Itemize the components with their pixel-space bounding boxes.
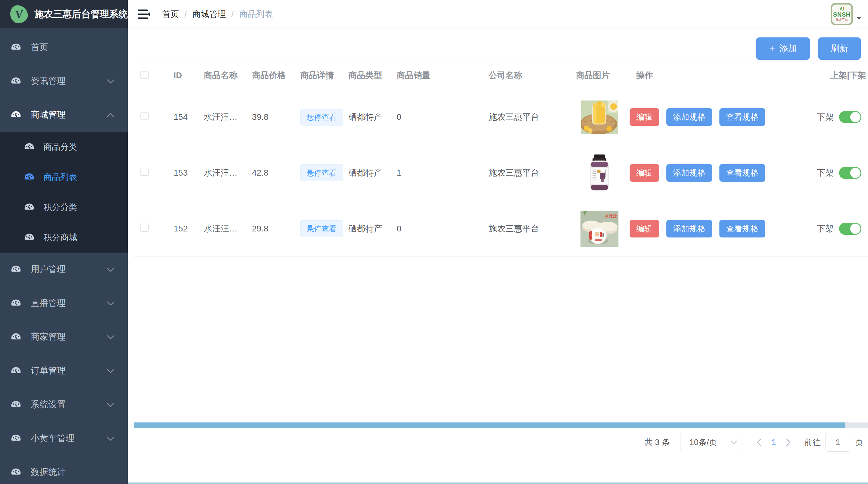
edit-button[interactable]: 编辑 [629,164,659,182]
bottom-accent-bar [128,483,868,484]
next-page-button[interactable] [785,438,792,447]
gauge-icon [11,333,21,342]
table-row: 152 水汪汪… 29.8 悬停查看 硒都特产 0 施农三惠平台 水汪汪 编辑添… [134,201,868,257]
row-checkbox[interactable] [141,112,149,120]
page-unit-label: 页 [855,437,863,448]
sidebar-item-mall[interactable]: 商城管理 [0,98,128,132]
cell-id: 153 [167,168,197,178]
row-checkbox[interactable] [141,224,149,232]
chevron-down-icon [107,301,115,306]
row-checkbox[interactable] [141,168,149,176]
logo-icon: V [9,4,29,24]
detail-hover-tag[interactable]: 悬停查看 [300,109,343,125]
collapse-menu-icon[interactable] [138,9,151,20]
gauge-icon [11,110,21,119]
gauge-icon [24,173,34,182]
horizontal-scrollbar[interactable] [134,422,868,428]
sidebar-item-cart[interactable]: 小黄车管理 [0,422,128,455]
select-all-checkbox[interactable] [141,71,149,79]
sidebar-item-live[interactable]: 直播管理 [0,286,128,320]
column-header-3: 商品详情 [293,70,342,81]
cell-sales: 1 [390,168,482,178]
view-spec-button[interactable]: 查看规格 [719,164,765,182]
page-size-value: 10条/页 [689,437,717,448]
add-spec-button[interactable]: 添加规格 [666,108,712,126]
prev-page-button[interactable] [755,438,762,447]
app-root: V 施农三惠后台管理系统 首页 资讯管理 商城管理 商品分类 商品列表 积分分类 [0,0,868,484]
sidebar-subitem-goods-list[interactable]: 商品列表 [0,162,128,192]
sidebar-item-users[interactable]: 用户管理 [0,253,128,286]
cell-price: 39.8 [245,112,293,122]
cell-price: 29.8 [245,224,293,233]
add-button[interactable]: + 添加 [756,37,810,60]
sidebar: V 施农三惠后台管理系统 首页 资讯管理 商城管理 商品分类 商品列表 积分分类 [0,0,128,484]
detail-hover-tag[interactable]: 悬停查看 [300,220,343,237]
avatar[interactable]: SNSH 施农三惠 [831,3,853,25]
sidebar-item-home[interactable]: 首页 [0,30,128,64]
sidebar-item-news[interactable]: 资讯管理 [0,64,128,98]
edit-button[interactable]: 编辑 [629,220,659,237]
sidebar-item-stats[interactable]: 数据统计 [0,455,128,484]
sidebar-item-settings[interactable]: 系统设置 [0,388,128,422]
column-header-5: 商品销量 [390,70,482,81]
sidebar-subitem-points-mall[interactable]: 积分商城 [0,222,128,253]
chevron-down-icon [107,335,115,340]
sidebar-item-label: 资讯管理 [31,75,107,87]
column-header-9: 上架|下架 [780,70,868,81]
chevron-down-icon [107,402,115,407]
status-label: 下架 [817,111,834,123]
purple-jar-photo [578,152,621,194]
caret-down-icon[interactable] [857,17,861,22]
breadcrumb-item[interactable]: 首页 [162,8,179,20]
svg-text:水汪汪: 水汪汪 [604,213,617,218]
breadcrumb-item[interactable]: 商城管理 [192,8,226,20]
chevron-down-icon [107,436,115,441]
add-spec-button[interactable]: 添加规格 [666,164,712,182]
column-header-1: 商品名称 [197,70,245,81]
sidebar-item-label: 商城管理 [31,109,107,121]
sidebar-subitem-points-category[interactable]: 积分分类 [0,192,128,222]
sidebar-item-orders[interactable]: 订单管理 [0,354,128,388]
sidebar-item-merchants[interactable]: 商家管理 [0,320,128,354]
status-label: 下架 [817,223,834,234]
breadcrumb-item: 商品列表 [239,8,273,20]
sidebar-item-label: 商家管理 [31,331,107,343]
chevron-down-icon [731,440,737,445]
row-actions: 编辑添加规格查看规格 [629,220,780,237]
table-row: 153 水汪汪… 42.8 悬停查看 硒都特产 1 施农三惠平台 编辑添加规格查… [134,145,868,201]
sidebar-item-label: 直播管理 [31,297,107,309]
page-size-select[interactable]: 10条/页 [681,433,742,452]
view-spec-button[interactable]: 查看规格 [719,108,765,126]
sidebar-item-label: 小黄车管理 [31,432,107,445]
gauge-icon [24,142,34,151]
goto-label: 前往 [804,437,821,448]
avatar-text: SNSH [833,11,850,18]
page-number-1[interactable]: 1 [771,437,776,447]
sidebar-item-label: 系统设置 [31,399,107,411]
status-toggle[interactable] [839,223,861,235]
rice-cakes-photo: 水汪汪 [578,208,621,250]
status-toggle[interactable] [839,111,861,123]
goto-page-input[interactable] [826,433,850,452]
purple-jar-photo [587,153,613,193]
total-count: 共 3 条 [644,437,670,448]
sidebar-item-label: 用户管理 [31,263,107,276]
detail-hover-tag[interactable]: 悬停查看 [300,165,343,181]
sidebar-subitem-goods-category[interactable]: 商品分类 [0,132,128,162]
row-actions: 编辑添加规格查看规格 [629,164,780,182]
edit-button[interactable]: 编辑 [629,108,659,126]
scrollbar-thumb[interactable] [134,422,845,428]
add-spec-button[interactable]: 添加规格 [666,220,712,237]
view-spec-button[interactable]: 查看规格 [719,220,765,237]
mango-cup-photo [578,96,621,138]
sidebar-item-label: 首页 [31,41,115,53]
app-title: 施农三惠后台管理系统 [34,8,128,21]
gauge-icon [11,468,21,477]
refresh-button[interactable]: 刷新 [818,37,861,60]
status-toggle[interactable] [839,167,861,179]
sidebar-item-label: 订单管理 [31,365,107,377]
cell-type: 硒都特产 [342,111,390,123]
cell-type: 硒都特产 [342,223,390,234]
sidebar-menu: 首页 资讯管理 商城管理 商品分类 商品列表 积分分类 积分商城 用户管理 [0,28,128,484]
cell-product-name: 水汪汪… [197,167,245,179]
